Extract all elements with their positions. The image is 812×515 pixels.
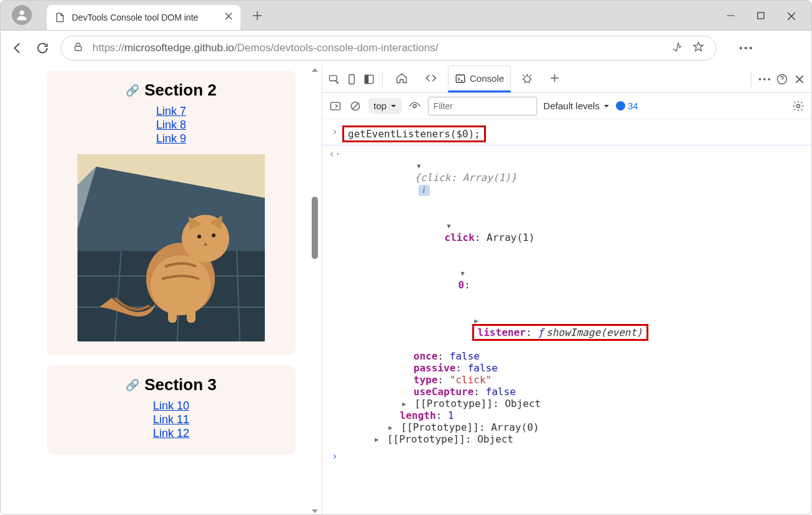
read-aloud-icon[interactable]	[671, 41, 683, 56]
tab-elements[interactable]	[418, 66, 444, 92]
link-10[interactable]: Link 10	[58, 400, 284, 413]
tab-title: DevTools Console tool DOM inte	[72, 12, 218, 22]
link-8[interactable]: Link 8	[58, 119, 284, 132]
lock-icon	[72, 41, 84, 55]
tab-issues-icon[interactable]	[515, 66, 540, 92]
favorite-icon[interactable]	[692, 41, 705, 56]
svg-point-3	[740, 47, 742, 49]
devtools-tabbar: Console	[322, 66, 811, 93]
close-tab-icon[interactable]	[224, 12, 233, 23]
svg-point-30	[524, 76, 530, 82]
svg-rect-1	[758, 12, 764, 19]
anchor-icon: 🔗	[126, 84, 139, 97]
svg-rect-35	[331, 102, 340, 110]
passive-row: passive: false	[342, 362, 804, 374]
expand-toggle-icon[interactable]	[386, 421, 395, 433]
device-toggle-icon[interactable]	[345, 72, 359, 86]
usecapture-row: useCapture: false	[342, 386, 804, 398]
svg-point-32	[763, 78, 766, 81]
more-tabs-button[interactable]	[543, 66, 566, 92]
link-11[interactable]: Link 11	[58, 413, 284, 426]
console-input-row: › getEventListeners($0);	[322, 123, 811, 145]
cat-image	[77, 154, 265, 341]
expand-toggle-icon[interactable]	[400, 398, 408, 410]
svg-point-5	[750, 47, 752, 49]
url-text: https://microsoftedge.github.io/Demos/de…	[92, 42, 662, 54]
svg-point-0	[19, 11, 24, 15]
browser-tab[interactable]: DevTools Console tool DOM inte	[47, 5, 240, 30]
window-titlebar: DevTools Console tool DOM inte	[1, 1, 811, 31]
listener-row[interactable]: listener: ƒshowImage(event)	[342, 303, 804, 350]
expand-toggle-icon[interactable]	[415, 160, 423, 172]
type-row: type: "click"	[342, 374, 804, 386]
live-expression-icon[interactable]	[408, 99, 422, 113]
prototype-row[interactable]: [[Prototype]]: Object	[342, 398, 804, 410]
close-window-button[interactable]	[786, 11, 796, 24]
section-2-card: 🔗Section 2 Link 7 Link 8 Link 9	[47, 71, 295, 355]
prototype-array-row[interactable]: [[Prototype]]: Array(0)	[342, 421, 804, 433]
refresh-button[interactable]	[36, 41, 49, 55]
menu-button[interactable]	[739, 41, 753, 55]
link-12[interactable]: Link 12	[58, 427, 284, 440]
console-settings-icon[interactable]	[791, 99, 805, 113]
svg-rect-28	[365, 75, 368, 83]
svg-rect-24	[330, 76, 337, 81]
svg-point-17	[182, 215, 229, 262]
click-array[interactable]: click: Array(1)	[342, 208, 804, 255]
prototype-obj-row[interactable]: [[Prototype]]: Object	[342, 433, 804, 445]
svg-point-21	[212, 233, 215, 237]
tab-console[interactable]: Console	[448, 66, 511, 92]
info-icon[interactable]: i	[418, 185, 430, 196]
help-icon[interactable]	[775, 72, 789, 86]
devtools-panel: Console top Filter Default levels	[322, 66, 811, 515]
devtools-menu-icon[interactable]	[758, 72, 771, 86]
anchor-icon: 🔗	[126, 378, 139, 392]
expand-toggle-icon[interactable]	[445, 220, 453, 232]
section-3-heading: 🔗Section 3	[58, 375, 284, 395]
svg-rect-2	[75, 46, 82, 51]
chevron-right-icon: ›	[327, 450, 342, 462]
context-select[interactable]: top	[369, 98, 402, 114]
console-toolbar: top Filter Default levels 34	[322, 93, 811, 119]
back-button[interactable]	[11, 41, 24, 55]
link-7[interactable]: Link 7	[58, 105, 284, 118]
svg-point-38	[797, 104, 800, 107]
svg-rect-25	[349, 74, 354, 84]
minimize-button[interactable]	[726, 11, 735, 24]
filter-input[interactable]: Filter	[428, 97, 537, 115]
svg-point-31	[759, 78, 761, 81]
svg-point-33	[768, 78, 770, 81]
console-output[interactable]: › getEventListeners($0); ‹· {click: Arra…	[322, 119, 811, 515]
address-bar: https://microsoftedge.github.io/Demos/de…	[1, 31, 811, 66]
log-level-select[interactable]: Default levels	[543, 101, 610, 111]
maximize-button[interactable]	[756, 11, 765, 24]
clear-console-icon[interactable]	[349, 99, 362, 113]
page-icon	[54, 12, 66, 23]
object-summary[interactable]: {click: Array(1)} i	[342, 148, 804, 208]
inspect-icon[interactable]	[327, 72, 341, 86]
page-scrollbar[interactable]	[312, 66, 318, 515]
length-row: length: 1	[342, 410, 804, 421]
svg-rect-22	[168, 304, 177, 323]
section-2-heading: 🔗Section 2	[58, 81, 284, 100]
svg-point-20	[197, 235, 201, 238]
url-box[interactable]: https://microsoftedge.github.io/Demos/de…	[61, 36, 716, 61]
console-prompt-row[interactable]: ›	[322, 448, 811, 464]
tab-welcome[interactable]	[389, 66, 414, 92]
console-result-row: ‹· {click: Array(1)} i click: Array(1) 0…	[322, 145, 811, 448]
webpage-viewport: 🔗Section 2 Link 7 Link 8 Link 9	[1, 66, 322, 515]
sidebar-toggle-icon[interactable]	[329, 99, 342, 113]
dock-icon[interactable]	[362, 72, 376, 86]
expand-toggle-icon[interactable]	[372, 433, 381, 445]
profile-avatar[interactable]	[12, 5, 32, 25]
scrollbar-thumb[interactable]	[312, 197, 318, 259]
link-9[interactable]: Link 9	[58, 132, 284, 145]
issues-badge[interactable]: 34	[616, 101, 638, 111]
close-devtools-icon[interactable]	[793, 72, 806, 86]
window-controls	[711, 11, 811, 30]
index-0[interactable]: 0:	[342, 255, 804, 303]
expand-toggle-icon[interactable]	[458, 267, 467, 279]
new-tab-button[interactable]	[252, 10, 263, 30]
section-3-card: 🔗Section 3 Link 10 Link 11 Link 12	[47, 365, 295, 454]
once-row: once: false	[342, 350, 804, 362]
